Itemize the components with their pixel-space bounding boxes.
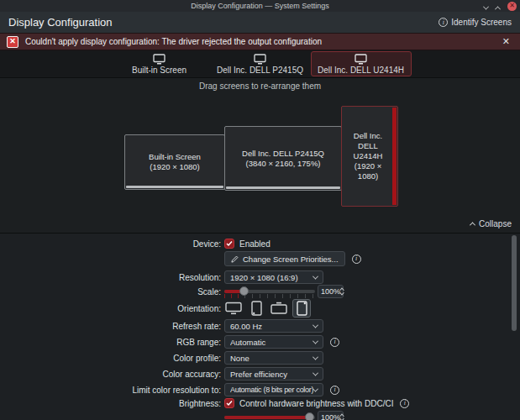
orientation-landscape-button[interactable] — [224, 299, 243, 318]
minimize-icon[interactable] — [484, 0, 488, 13]
system-settings-window: Display Configuration — System Settings … — [0, 0, 520, 420]
screen-box-p2415q[interactable]: Dell Inc. DELL P2415Q (3840 × 2160, 175%… — [224, 126, 342, 191]
page-title: Display Configuration — [8, 16, 113, 29]
identify-screens-button[interactable]: i Identify Screens — [439, 18, 512, 27]
device-row: Device: Enabled — [0, 238, 271, 249]
brightness-row: Brightness: Control hardware brightness … — [0, 397, 409, 409]
arrangement-hint: Drag screens to re-arrange them — [0, 81, 520, 91]
spin-down-icon[interactable] — [339, 417, 344, 420]
monitor-portrait-flipped-icon — [297, 301, 307, 316]
color-resolution-label: Limit color resolution to: — [0, 386, 221, 395]
color-resolution-value: Automatic (8 bits per color) — [230, 386, 313, 394]
page-header: Display Configuration i Identify Screens — [0, 12, 520, 33]
titlebar: Display Configuration — System Settings … — [0, 0, 520, 12]
info-icon: i — [439, 18, 448, 27]
resolution-value: 1920 × 1080 (16:9) — [230, 273, 313, 282]
orientation-label: Orientation: — [0, 304, 221, 313]
enabled-checkbox[interactable] — [224, 239, 234, 249]
color-resolution-dropdown[interactable]: Automatic (8 bits per color) — [224, 383, 323, 396]
info-icon[interactable]: i — [330, 386, 339, 395]
screen-name: Dell Inc. DELL U2414H — [345, 131, 391, 161]
tab-built-in-screen[interactable]: Built-in Screen — [109, 51, 210, 76]
color-profile-dropdown[interactable]: None — [224, 351, 323, 365]
scale-value: 100% — [321, 287, 340, 296]
color-profile-label: Color profile: — [0, 354, 221, 363]
brightness-value: 100% — [321, 413, 340, 420]
chevron-down-icon — [313, 386, 318, 391]
scrollbar[interactable] — [512, 235, 517, 331]
error-message: Couldn't apply display configuration: Th… — [25, 37, 492, 46]
change-priorities-button[interactable]: Change Screen Priorities... — [224, 251, 345, 266]
screen-tabs: Built-in Screen Dell Inc. DELL P2415Q De… — [0, 50, 520, 77]
orientation-portrait-button[interactable] — [247, 299, 265, 318]
tab-dell-u2414h[interactable]: Dell Inc. DELL U2414H — [311, 51, 412, 76]
info-icon[interactable]: i — [330, 338, 339, 347]
panel-bar — [226, 186, 340, 189]
change-priorities-label: Change Screen Priorities... — [243, 255, 339, 264]
chevron-down-icon — [313, 370, 318, 375]
collapse-label: Collapse — [479, 219, 512, 228]
monitor-icon — [153, 54, 165, 65]
screen-name: Dell Inc. DELL P2415Q — [242, 149, 324, 159]
slider-handle[interactable] — [239, 286, 249, 296]
brightness-slider-row: 100% — [0, 410, 344, 420]
chevron-down-icon — [313, 322, 318, 328]
scale-row: Scale: 100% — [0, 284, 344, 299]
color-accuracy-label: Color accuracy: — [0, 370, 221, 379]
resolution-dropdown[interactable]: 1920 × 1080 (16:9) — [224, 270, 323, 284]
orientation-landscape-flipped-button[interactable] — [270, 299, 288, 318]
tab-dell-p2415q[interactable]: Dell Inc. DELL P2415Q — [210, 51, 311, 76]
color-accuracy-value: Prefer efficiency — [230, 370, 313, 379]
output-settings-panel: Device: Enabled Change Screen Priorities… — [0, 233, 520, 420]
orientation-portrait-flipped-button[interactable] — [292, 299, 311, 318]
maximize-icon[interactable] — [496, 0, 500, 13]
scale-slider[interactable] — [224, 285, 315, 298]
device-label: Device: — [0, 239, 221, 249]
scale-spinbox[interactable]: 100% — [318, 285, 344, 298]
screen-detail: (1920 × 1080) — [150, 162, 199, 172]
screen-name: Built-in Screen — [149, 152, 201, 162]
rgb-range-label: RGB range: — [0, 338, 221, 347]
screen-detail: (3840 × 2160, 175%) — [246, 159, 321, 169]
pencil-icon — [231, 255, 239, 263]
chevron-down-icon — [313, 354, 318, 360]
rgb-range-row: RGB range: Automatic i — [0, 335, 339, 349]
error-banner: ✕ Couldn't apply display configuration: … — [0, 33, 520, 50]
color-accuracy-dropdown[interactable]: Prefer efficiency — [224, 367, 323, 381]
screen-box-u2414h[interactable]: Dell Inc. DELL U2414H (1920 × 1080) — [341, 106, 398, 207]
monitor-portrait-icon — [251, 301, 262, 316]
identify-screens-label: Identify Screens — [451, 18, 512, 27]
color-resolution-row: Limit color resolution to: Automatic (8 … — [0, 383, 339, 396]
chevron-down-icon — [313, 338, 318, 344]
slider-handle[interactable] — [305, 412, 314, 420]
info-icon[interactable]: i — [400, 399, 409, 408]
rgb-range-dropdown[interactable]: Automatic — [224, 335, 323, 349]
screen-box-built-in[interactable]: Built-in Screen (1920 × 1080) — [124, 134, 225, 190]
color-accuracy-row: Color accuracy: Prefer efficiency — [0, 367, 323, 381]
refresh-rate-dropdown[interactable]: 60.00 Hz — [224, 319, 323, 333]
close-icon[interactable]: ✕ — [507, 2, 517, 11]
screen-arrangement-area: Drag screens to re-arrange them Built-in… — [0, 77, 520, 233]
color-profile-row: Color profile: None — [0, 351, 323, 365]
priorities-row: Change Screen Priorities... i — [0, 251, 361, 266]
ddc-checkbox[interactable] — [224, 398, 234, 408]
error-icon: ✕ — [7, 36, 18, 48]
tab-label: Dell Inc. DELL U2414H — [318, 66, 404, 75]
monitor-icon — [254, 54, 266, 65]
window-title: Display Configuration — System Settings — [191, 2, 329, 10]
window-controls: ✕ — [484, 0, 517, 12]
tab-label: Dell Inc. DELL P2415Q — [217, 66, 303, 75]
screen-detail: (1920 × 1080) — [345, 161, 391, 181]
tab-label: Built-in Screen — [132, 66, 186, 75]
monitor-icon — [355, 54, 367, 65]
color-profile-value: None — [230, 354, 313, 363]
info-icon[interactable]: i — [352, 255, 361, 264]
rgb-range-value: Automatic — [230, 338, 313, 347]
banner-close-icon[interactable]: ✕ — [499, 36, 513, 47]
resolution-row: Resolution: 1920 × 1080 (16:9) — [0, 270, 323, 284]
chevron-down-icon — [313, 273, 318, 279]
collapse-button[interactable]: Collapse — [470, 219, 512, 228]
brightness-spinbox[interactable]: 100% — [318, 411, 344, 420]
brightness-slider[interactable] — [224, 411, 315, 420]
spin-down-icon[interactable] — [339, 291, 344, 296]
